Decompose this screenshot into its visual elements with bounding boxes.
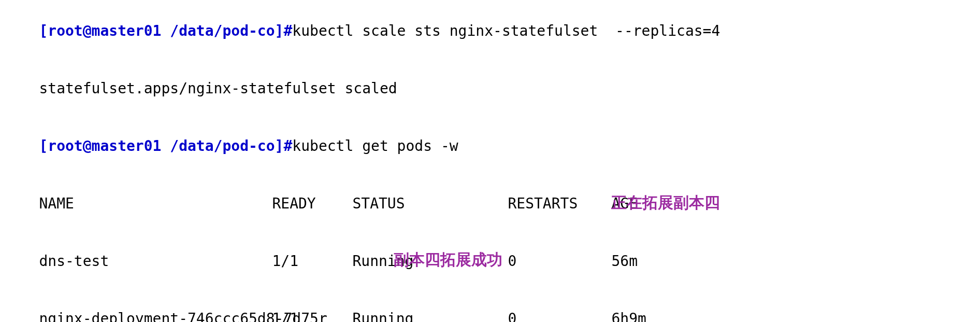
pod-age: 6h9m bbox=[611, 309, 689, 322]
annotation-expanding: 正在拓展副本四 bbox=[611, 193, 720, 212]
line-command-scale: [root@master01 /data/pod-co]#kubectl sca… bbox=[4, 2, 976, 60]
command-scale: kubectl scale sts nginx-statefulset --re… bbox=[292, 22, 720, 39]
prompt-user: [root@master01 /data/pod-co] bbox=[39, 22, 283, 39]
col-status: STATUS bbox=[352, 194, 508, 213]
pod-row: nginx-deployment-746ccc65d8-7d75r1/1Runn… bbox=[4, 290, 976, 322]
terminal[interactable]: [root@master01 /data/pod-co]#kubectl sca… bbox=[0, 0, 980, 322]
line-scale-output: statefulset.apps/nginx-statefulset scale… bbox=[4, 60, 976, 117]
pod-age: 56m bbox=[611, 251, 689, 271]
annotation-success: 副本四拓展成功 bbox=[394, 250, 502, 269]
command-getpods: kubectl get pods -w bbox=[292, 137, 458, 155]
pod-ready: 1/1 bbox=[272, 251, 352, 271]
pods-header: NAMEREADYSTATUSRESTARTSAGE bbox=[4, 175, 976, 232]
prompt-hash: # bbox=[283, 22, 292, 39]
pod-restarts: 0 bbox=[508, 251, 611, 271]
prompt-user: [root@master01 /data/pod-co] bbox=[39, 137, 283, 155]
col-name: NAME bbox=[39, 194, 272, 213]
scale-output: statefulset.apps/nginx-statefulset scale… bbox=[39, 80, 397, 97]
pod-name: dns-test bbox=[39, 251, 272, 271]
line-command-get: [root@master01 /data/pod-co]#kubectl get… bbox=[4, 117, 976, 175]
pod-status: Running bbox=[352, 309, 508, 322]
col-ready: READY bbox=[272, 194, 352, 213]
col-restarts: RESTARTS bbox=[508, 194, 611, 213]
pod-restarts: 0 bbox=[508, 309, 611, 322]
prompt-hash: # bbox=[283, 137, 292, 155]
pod-name: nginx-deployment-746ccc65d8-7d75r bbox=[39, 309, 272, 322]
pod-ready: 1/1 bbox=[272, 309, 352, 322]
